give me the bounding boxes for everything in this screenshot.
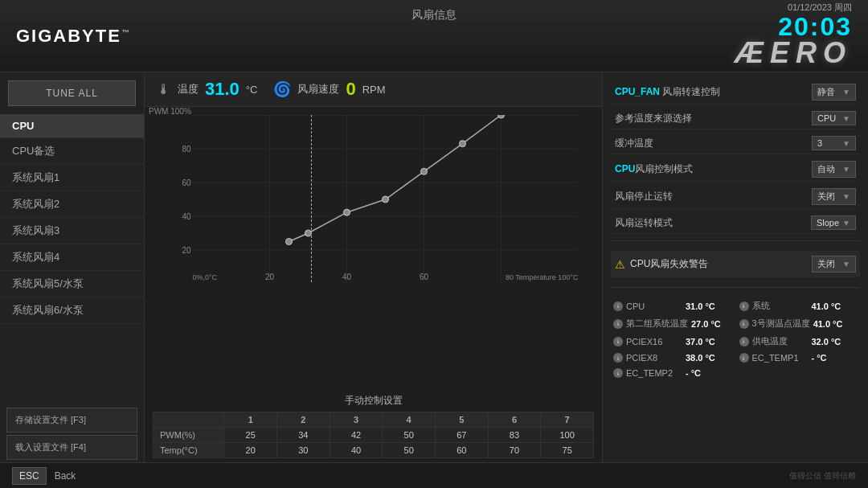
- temp-display: 🌡 温度 31.0 °C: [157, 79, 257, 100]
- header: GIGABYTE™ 风扇信息 01/12/2023 周四 20:03 ÆERO: [0, 0, 868, 72]
- svg-point-18: [286, 239, 293, 245]
- temp-cpu: 🌡 CPU 31.0 °C: [611, 298, 735, 314]
- manual-control-section: 手动控制设置 1 2 3 4 5 6 7 PWM(%) 25 34 42: [145, 394, 602, 462]
- fan-failure-warning-row: ⚠ CPU风扇失效警告 关闭 ▼: [611, 251, 860, 277]
- temp-power-value: 32.0 °C: [812, 337, 841, 347]
- save-settings-button[interactable]: 存储设置文件 [F3]: [6, 408, 137, 433]
- warning-value[interactable]: 关闭 ▼: [812, 256, 856, 273]
- temp-pciex8-dot: 🌡: [613, 353, 623, 363]
- pwm-val-2[interactable]: 34: [277, 428, 330, 443]
- temp-pciex16-value: 37.0 °C: [686, 337, 715, 347]
- temp-pciex8: 🌡 PCIEX8 38.0 °C: [611, 351, 735, 364]
- main-area: TUNE ALL CPU CPU备选 系统风扇1 系统风扇2 系统风扇3 系统风…: [0, 72, 868, 462]
- load-settings-button[interactable]: 载入设置文件 [F4]: [6, 435, 137, 460]
- temp-unit: °C: [246, 84, 258, 96]
- temp-sys-value: 41.0 °C: [812, 301, 841, 311]
- col-3: 3: [330, 412, 383, 428]
- col-1: 1: [224, 412, 277, 428]
- tune-all-button[interactable]: TUNE ALL: [8, 80, 136, 106]
- svg-text:80: 80: [182, 145, 191, 154]
- fan-info-bar: 🌡 温度 31.0 °C 🌀 风扇速度 0 RPM: [145, 72, 602, 107]
- esc-button[interactable]: ESC: [12, 467, 47, 485]
- temp-cpu-dot: 🌡: [613, 301, 623, 311]
- back-label: Back: [55, 470, 76, 482]
- temp-sys-dot: 🌡: [739, 301, 749, 311]
- temp-power: 🌡 供电温度 32.0 °C: [737, 334, 861, 349]
- col-label-header: [154, 412, 224, 428]
- aero-logo: ÆERO: [735, 35, 852, 70]
- setting-fan-mode: 风扇运转模式 Slope ▼: [611, 212, 860, 234]
- temp-source-label: 参考温度来源选择: [615, 112, 812, 125]
- sidebar-item-sys4[interactable]: 系统风扇4: [0, 244, 144, 271]
- temp-probe3-value: 41.0 °C: [813, 319, 843, 329]
- rpm-unit: RPM: [362, 84, 386, 96]
- pwm-val-1[interactable]: 25: [224, 428, 277, 443]
- header-title: 风扇信息: [411, 8, 457, 23]
- fan-mode-label: 风扇运转模式: [615, 216, 811, 230]
- sidebar-item-cpu-alt[interactable]: CPU备选: [0, 138, 144, 165]
- col-6: 6: [488, 412, 541, 428]
- pwm-val-4[interactable]: 50: [383, 428, 436, 443]
- temp-val-7[interactable]: 75: [541, 443, 594, 458]
- center-panel: 🌡 温度 31.0 °C 🌀 风扇速度 0 RPM PWM 100%: [145, 72, 603, 462]
- sidebar-item-sys5[interactable]: 系统风扇5/水泵: [0, 271, 144, 297]
- manual-control-title: 手动控制设置: [153, 394, 594, 408]
- temp-val-3[interactable]: 40: [330, 443, 383, 458]
- temp-row-label: Temp(°C): [154, 443, 224, 458]
- sidebar-item-sys2[interactable]: 系统风扇2: [0, 191, 144, 218]
- pwm-val-7[interactable]: 100: [541, 428, 594, 443]
- sidebar-item-sys6[interactable]: 系统风扇6/水泵: [0, 297, 144, 324]
- svg-point-20: [344, 209, 350, 215]
- setting-fan-stop: 风扇停止运转 关闭 ▼: [611, 185, 860, 209]
- buffer-temp-value[interactable]: 3 ▼: [812, 136, 856, 150]
- setting-fan-control-mode: CPU风扇控制模式 自动 ▼: [611, 158, 860, 182]
- temp-sys2-value: 27.0 °C: [691, 319, 721, 329]
- temp-val-6[interactable]: 70: [488, 443, 541, 458]
- svg-text:0%,0°C: 0%,0°C: [193, 273, 218, 281]
- temp-val-2[interactable]: 30: [277, 443, 330, 458]
- temp-ec2-label: EC_TEMP2: [626, 368, 682, 378]
- temp-val-4[interactable]: 50: [383, 443, 436, 458]
- sidebar-bottom: 存储设置文件 [F3] 载入设置文件 [F4]: [0, 405, 144, 462]
- temp-probe3-dot: 🌡: [739, 319, 749, 329]
- setting-temp-source: 参考温度来源选择 CPU ▼: [611, 108, 860, 129]
- temp-ec1-value: - °C: [812, 353, 827, 363]
- temp-probe3: 🌡 3号测温点温度 41.0 °C: [737, 316, 861, 331]
- cpu-fan-control-value[interactable]: 静音 ▼: [812, 84, 856, 100]
- temp-val-5[interactable]: 60: [436, 443, 489, 458]
- bottom-bar: ESC Back 值得公信 值得信赖: [0, 462, 868, 488]
- warning-icon: ⚠: [615, 258, 625, 271]
- temp-sys2: 🌡 第二组系统温度 27.0 °C: [611, 316, 735, 331]
- fan-mode-value[interactable]: Slope ▼: [811, 215, 856, 230]
- separator-2: [611, 287, 860, 288]
- temp-probe3-label: 3号测温点温度: [752, 318, 810, 330]
- setting-cpu-fan-control: CPU_FAN 风扇转速控制 静音 ▼: [611, 80, 860, 105]
- temp-source-value[interactable]: CPU ▼: [812, 111, 856, 125]
- fan-icon: 🌀: [273, 80, 291, 98]
- svg-point-22: [421, 168, 428, 174]
- setting-buffer-temp: 缓冲温度 3 ▼: [611, 133, 860, 154]
- rpm-display: 🌀 风扇速度 0 RPM: [273, 79, 385, 100]
- fan-control-mode-value[interactable]: 自动 ▼: [812, 161, 856, 178]
- chart-area: PWM 100% 20 40 60 80 20 40: [145, 107, 602, 394]
- temp-pciex8-value: 38.0 °C: [686, 353, 715, 363]
- sidebar-item-cpu[interactable]: CPU: [0, 114, 144, 138]
- chart-y-top-label: PWM 100%: [149, 107, 191, 116]
- fan-stop-value[interactable]: 关闭 ▼: [812, 188, 856, 205]
- gigabyte-logo: GIGABYTE™: [16, 26, 131, 47]
- pwm-val-5[interactable]: 67: [436, 428, 489, 443]
- sidebar-item-sys1[interactable]: 系统风扇1: [0, 165, 144, 191]
- thermometer-icon: 🌡: [157, 81, 171, 98]
- fan-curve-chart[interactable]: 20 40 60 80 20 40 60 0%,0°C 80 Temperatu…: [181, 115, 590, 284]
- temp-val-1[interactable]: 20: [224, 443, 277, 458]
- temp-sys-label: 系统: [752, 300, 809, 312]
- svg-text:20: 20: [182, 246, 191, 255]
- svg-text:80 Temperature 100°C: 80 Temperature 100°C: [506, 273, 579, 281]
- pwm-val-6[interactable]: 83: [488, 428, 541, 443]
- sidebar-item-sys3[interactable]: 系统风扇3: [0, 218, 144, 244]
- svg-text:20: 20: [265, 273, 275, 281]
- temp-ec1-label: EC_TEMP1: [752, 353, 809, 363]
- pwm-val-3[interactable]: 42: [330, 428, 383, 443]
- header-right: 01/12/2023 周四 20:03 ÆERO: [735, 2, 852, 70]
- pwm-row-label: PWM(%): [154, 428, 224, 443]
